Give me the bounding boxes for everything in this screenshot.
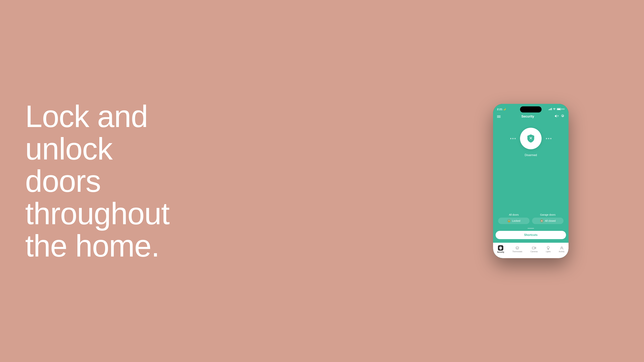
svg-point-5 xyxy=(561,247,562,248)
security-status-label: Disarmed xyxy=(525,154,537,157)
all-doors-label: All doors xyxy=(509,213,518,216)
security-nav-label: Security xyxy=(497,251,504,253)
sound-icon[interactable] xyxy=(555,114,558,119)
lock-icon: 🔒 xyxy=(507,219,511,223)
security-circle-button[interactable] xyxy=(520,128,542,149)
nav-cameras[interactable]: Cameras xyxy=(529,245,540,253)
headline-text: Lock andunlockdoorsthroughoutthe home. xyxy=(25,99,169,263)
status-right-icons: 94 xyxy=(548,108,564,111)
dynamic-island xyxy=(520,106,542,113)
bottom-nav: Security 70° Thermostats xyxy=(493,243,568,258)
phone-wrapper: 2:21 🌙 xyxy=(493,104,568,258)
left-dots xyxy=(510,138,516,139)
app-content: Disarmed All doors 🔒 Locked Garage xyxy=(493,119,568,243)
settings-icon[interactable] xyxy=(561,114,564,119)
thermostats-nav-label: Thermostats xyxy=(512,251,522,253)
nav-lights[interactable]: Lights xyxy=(544,245,552,253)
battery-percent: 94 xyxy=(562,108,564,110)
garage-doors-card: Garage doors 🏠 All closed xyxy=(532,213,564,224)
battery-icon: 94 xyxy=(557,108,564,110)
all-doors-status: Locked xyxy=(512,219,520,222)
header-icons xyxy=(555,114,564,119)
garage-doors-status: All closed xyxy=(545,219,556,222)
headline: Lock andunlockdoorsthroughoutthe home. xyxy=(25,100,169,262)
scene: Lock andunlockdoorsthroughoutthe home. 2… xyxy=(0,0,644,362)
shortcuts-label: Shortcuts xyxy=(524,233,538,236)
right-dots xyxy=(546,138,552,139)
app-screen: 2:21 🌙 xyxy=(493,104,568,258)
shortcuts-bar[interactable]: Shortcuts xyxy=(496,231,566,239)
status-time: 2:21 🌙 xyxy=(497,108,506,111)
wifi-icon xyxy=(553,108,556,111)
menu-button[interactable] xyxy=(497,116,500,118)
nav-activity[interactable]: Activity xyxy=(557,245,566,253)
nav-thermostats[interactable]: 70° Thermostats xyxy=(510,245,524,253)
moon-icon: 🌙 xyxy=(503,108,506,110)
shield-x-icon xyxy=(526,134,536,143)
garage-doors-button[interactable]: 🏠 All closed xyxy=(532,218,564,224)
cameras-nav-label: Cameras xyxy=(530,251,538,253)
activity-nav-label: Activity xyxy=(559,251,564,253)
security-nav-icon xyxy=(498,245,503,251)
garage-icon: 🏠 xyxy=(540,219,544,223)
garage-doors-label: Garage doors xyxy=(540,213,556,216)
security-status-area[interactable] xyxy=(510,128,552,149)
thermostat-nav-icon: 70° xyxy=(515,246,520,250)
phone: 2:21 🌙 xyxy=(493,104,568,258)
svg-text:70°: 70° xyxy=(516,247,518,249)
cameras-nav-icon xyxy=(532,246,536,250)
nav-security[interactable]: Security xyxy=(496,244,506,254)
doors-section: All doors 🔒 Locked Garage doors 🏠 All cl… xyxy=(493,213,568,224)
svg-rect-4 xyxy=(532,247,535,249)
activity-nav-icon xyxy=(560,246,564,250)
lights-nav-label: Lights xyxy=(546,251,551,253)
svg-point-6 xyxy=(562,249,563,249)
all-doors-button[interactable]: 🔒 Locked xyxy=(498,218,530,224)
time-display: 2:21 xyxy=(497,108,502,111)
all-doors-card: All doors 🔒 Locked xyxy=(498,213,530,224)
drag-indicator xyxy=(528,228,534,229)
page-title: Security xyxy=(521,115,534,118)
signal-icon xyxy=(548,108,552,110)
lights-nav-icon xyxy=(546,246,550,250)
